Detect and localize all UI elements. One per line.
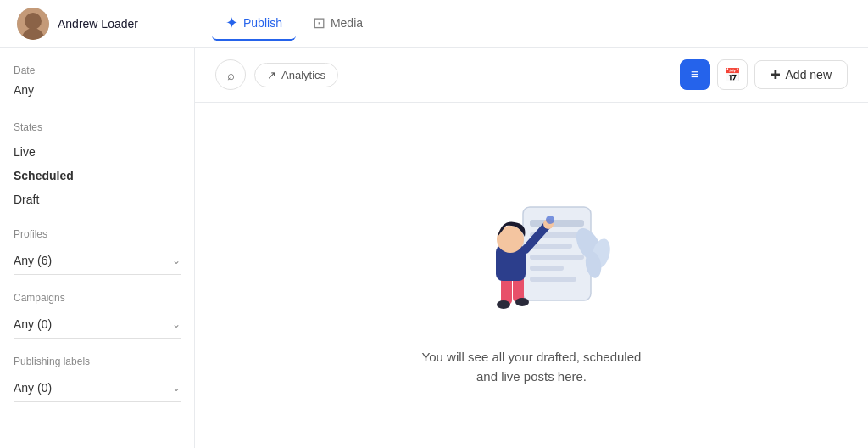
tab-media[interactable]: ⊡ Media: [299, 7, 376, 41]
svg-rect-4: [530, 255, 584, 260]
tab-publish[interactable]: ✦ Publish: [212, 7, 296, 41]
svg-rect-6: [530, 277, 576, 282]
states-filter: States Live Scheduled Draft: [14, 121, 181, 211]
chevron-down-icon: ⌄: [172, 318, 181, 330]
date-filter: Date Any: [14, 64, 181, 104]
calendar-view-button[interactable]: 📅: [717, 59, 748, 90]
chevron-down-icon: ⌄: [172, 382, 181, 394]
profiles-value: Any (6): [14, 254, 52, 267]
header-nav: ✦ Publish ⊡ Media: [212, 7, 376, 41]
svg-rect-3: [530, 244, 572, 249]
avatar: [17, 8, 49, 40]
state-draft[interactable]: Draft: [14, 188, 181, 211]
chevron-down-icon: ⌄: [172, 255, 181, 266]
states-label: States: [14, 121, 181, 133]
publishing-labels-dropdown[interactable]: Any (0) ⌄: [14, 374, 181, 402]
date-value[interactable]: Any: [14, 83, 181, 104]
main-content: Date Any States Live Scheduled Draft Pro…: [0, 48, 868, 448]
empty-state-illustration: [438, 165, 625, 334]
campaigns-label: Campaigns: [14, 292, 181, 304]
media-icon: ⊡: [313, 14, 326, 32]
publishing-labels-label: Publishing labels: [14, 356, 181, 367]
date-label: Date: [14, 64, 181, 76]
analytics-button[interactable]: ↗ Analytics: [254, 63, 338, 87]
toolbar-left: ⌕ ↗ Analytics: [215, 59, 338, 90]
content-toolbar: ⌕ ↗ Analytics ≡ 📅 ✚ A: [195, 48, 868, 103]
list-view-button[interactable]: ≡: [680, 59, 710, 90]
empty-state: You will see all your drafted, scheduled…: [195, 103, 868, 448]
empty-state-message: You will see all your drafted, scheduled…: [422, 348, 642, 386]
user-name: Andrew Loader: [58, 17, 138, 31]
profiles-label: Profiles: [14, 228, 181, 240]
publishing-labels-value: Any (0): [14, 381, 52, 395]
sidebar: Date Any States Live Scheduled Draft Pro…: [0, 48, 195, 448]
svg-point-18: [546, 216, 554, 224]
svg-rect-5: [530, 266, 564, 271]
search-icon: ⌕: [227, 68, 235, 82]
publishing-labels-filter: Publishing labels Any (0) ⌄: [14, 356, 181, 402]
search-button[interactable]: ⌕: [215, 59, 246, 90]
content-area: ⌕ ↗ Analytics ≡ 📅 ✚ A: [195, 48, 868, 448]
svg-point-12: [497, 300, 510, 309]
plus-icon: ✚: [771, 68, 781, 81]
trending-up-icon: ↗: [267, 69, 276, 81]
state-live[interactable]: Live: [14, 140, 181, 164]
app-header: Andrew Loader ✦ Publish ⊡ Media: [0, 0, 868, 48]
user-profile: Andrew Loader: [17, 8, 212, 40]
campaigns-value: Any (0): [14, 317, 52, 331]
profiles-dropdown[interactable]: Any (6) ⌄: [14, 247, 181, 275]
add-new-button[interactable]: ✚ Add new: [754, 60, 848, 89]
calendar-icon: 📅: [724, 67, 741, 83]
profiles-filter: Profiles Any (6) ⌄: [14, 228, 181, 275]
list-icon: ≡: [691, 67, 698, 82]
state-scheduled[interactable]: Scheduled: [14, 164, 181, 188]
campaigns-dropdown[interactable]: Any (0) ⌄: [14, 311, 181, 339]
publish-icon: ✦: [225, 14, 238, 32]
svg-rect-1: [530, 220, 584, 227]
campaigns-filter: Campaigns Any (0) ⌄: [14, 292, 181, 339]
svg-point-13: [515, 298, 529, 306]
toolbar-right: ≡ 📅 ✚ Add new: [680, 59, 848, 90]
